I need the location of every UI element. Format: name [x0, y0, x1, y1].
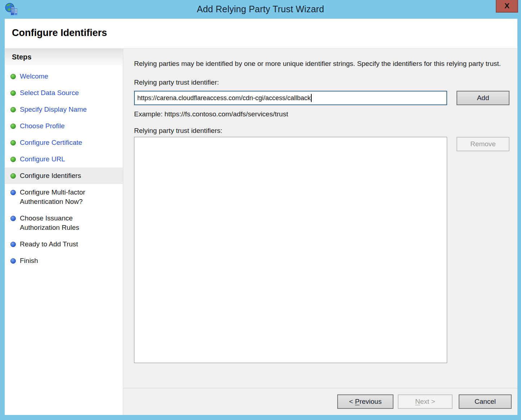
sidebar-item-label: Configure Multi-factor Authentication No… [20, 188, 103, 206]
sidebar-item-label[interactable]: Configure URL [20, 155, 65, 164]
content-panel: Relying parties may be identified by one… [123, 49, 517, 388]
page-title: Configure Identifiers [5, 19, 517, 39]
sidebar-item-label[interactable]: Welcome [20, 72, 48, 81]
sidebar-item-specify-display-name[interactable]: Specify Display Name [5, 101, 123, 118]
identifier-input-value: https://carena.cloudflareaccess.com/cdn-… [137, 94, 311, 102]
identifier-input[interactable]: https://carena.cloudflareaccess.com/cdn-… [134, 91, 447, 105]
example-text: Example: https://fs.contoso.com/adfs/ser… [134, 110, 509, 118]
wizard-header: Configure Identifiers [5, 19, 517, 48]
sidebar-item-configure-certificate[interactable]: Configure Certificate [5, 134, 123, 151]
step-todo-icon [10, 190, 16, 195]
step-done-icon [10, 107, 16, 112]
previous-button[interactable]: < Previous [337, 394, 393, 409]
sidebar-item-ready-to-add-trust: Ready to Add Trust [5, 236, 123, 253]
sidebar-item-label[interactable]: Choose Profile [20, 121, 65, 131]
step-current-icon [10, 173, 16, 179]
step-done-icon [10, 157, 16, 162]
wizard-window: Configure Identifiers Steps Welcome Sele… [5, 19, 517, 415]
sidebar-item-label[interactable]: Specify Display Name [20, 105, 87, 114]
sidebar-item-configure-mfa: Configure Multi-factor Authentication No… [5, 184, 123, 210]
close-button[interactable]: X [496, 0, 518, 13]
identifier-input-label: Relying party trust identifier: [134, 79, 509, 86]
step-todo-icon [10, 258, 16, 264]
steps-sidebar: Steps Welcome Select Data Source Specify… [5, 49, 123, 415]
sidebar-item-label[interactable]: Configure Certificate [20, 138, 82, 147]
page-description: Relying parties may be identified by one… [134, 59, 509, 68]
step-done-icon [10, 90, 16, 96]
steps-list: Welcome Select Data Source Specify Displ… [5, 68, 123, 269]
identifiers-listbox[interactable] [134, 137, 447, 363]
add-button[interactable]: Add [457, 91, 509, 105]
sidebar-item-configure-identifiers: Configure Identifiers [5, 167, 123, 184]
sidebar-item-configure-url[interactable]: Configure URL [5, 151, 123, 167]
sidebar-item-choose-issuance-rules: Choose Issuance Authorization Rules [5, 210, 123, 236]
step-done-icon [10, 140, 16, 146]
steps-heading: Steps [5, 49, 123, 65]
text-caret [311, 94, 312, 102]
sidebar-item-label[interactable]: Select Data Source [20, 88, 79, 98]
sidebar-item-welcome[interactable]: Welcome [5, 68, 123, 85]
next-button[interactable]: Next > [398, 394, 453, 409]
sidebar-item-finish: Finish [5, 253, 123, 269]
sidebar-item-select-data-source[interactable]: Select Data Source [5, 85, 123, 101]
identifiers-list-label: Relying party trust identifiers: [134, 127, 509, 135]
cancel-button[interactable]: Cancel [459, 394, 512, 409]
step-done-icon [10, 124, 16, 129]
sidebar-item-choose-profile[interactable]: Choose Profile [5, 118, 123, 134]
remove-button[interactable]: Remove [457, 137, 509, 151]
sidebar-item-label: Ready to Add Trust [20, 240, 78, 249]
sidebar-item-label: Configure Identifiers [20, 171, 81, 180]
step-todo-icon [10, 216, 16, 221]
titlebar: Add Relying Party Trust Wizard X [0, 0, 521, 19]
step-todo-icon [10, 242, 16, 247]
step-done-icon [10, 74, 16, 79]
wizard-footer: < Previous Next > Cancel [123, 388, 517, 415]
sidebar-item-label: Finish [20, 256, 38, 265]
sidebar-item-label: Choose Issuance Authorization Rules [20, 214, 103, 232]
window-title: Add Relying Party Trust Wizard [0, 0, 521, 19]
close-icon: X [504, 1, 509, 10]
